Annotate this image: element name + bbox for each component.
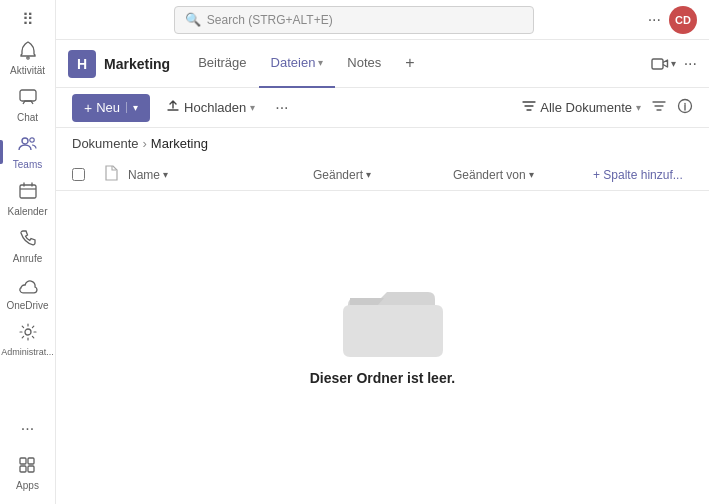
th-modified-label: Geändert: [313, 168, 363, 182]
svg-point-0: [26, 57, 28, 59]
aktivitat-icon: [18, 40, 38, 63]
top-bar-right: ··· CD: [648, 6, 697, 34]
sidebar-more-button[interactable]: ···: [16, 415, 39, 441]
th-add-label: + Spalte hinzuf...: [593, 168, 683, 182]
folder-illustration: [333, 270, 433, 350]
add-tab-icon: +: [405, 54, 414, 72]
sidebar-item-onedrive[interactable]: OneDrive: [0, 269, 55, 316]
topbar-more-button[interactable]: ···: [648, 11, 661, 29]
tab-beitrage[interactable]: Beiträge: [186, 40, 258, 88]
new-button[interactable]: + Neu ▾: [72, 94, 150, 122]
sidebar-item-chat-label: Chat: [17, 112, 38, 124]
toolbar: + Neu ▾ Hochladen ▾ ··· Alle D: [56, 88, 709, 128]
svg-point-2: [22, 138, 28, 144]
team-name: Marketing: [104, 56, 170, 72]
breadcrumb-separator: ›: [142, 136, 146, 151]
sidebar-item-kalender[interactable]: Kalender: [0, 175, 55, 222]
channel-header-right: ▾ ···: [651, 55, 697, 73]
channel-more-button[interactable]: ···: [684, 55, 697, 73]
svg-rect-6: [20, 458, 26, 464]
sidebar-item-admin-label: Administrat...: [1, 347, 54, 358]
tab-notes[interactable]: Notes: [335, 40, 393, 88]
upload-label: Hochladen: [184, 100, 246, 115]
tab-add[interactable]: +: [393, 40, 426, 88]
tab-notes-label: Notes: [347, 55, 381, 70]
th-checkbox: [72, 168, 104, 181]
empty-state: Dieser Ordner ist leer.: [56, 191, 709, 504]
anrufe-icon: [18, 228, 38, 251]
svg-rect-7: [28, 458, 34, 464]
sidebar-item-apps-label: Apps: [16, 480, 39, 492]
upload-button[interactable]: Hochladen ▾: [158, 94, 263, 122]
th-modified[interactable]: Geändert ▾: [313, 168, 453, 182]
svg-point-5: [25, 329, 31, 335]
sidebar-item-chat[interactable]: Chat: [0, 81, 55, 128]
channel-header: H Marketing Beiträge Dateien ▾ Notes +: [56, 40, 709, 88]
sidebar-item-aktivitat-label: Aktivität: [10, 65, 45, 77]
table-header: Name ▾ Geändert ▾ Geändert von ▾ + Spalt…: [56, 159, 709, 191]
main-area: 🔍 Search (STRG+ALT+E) ··· CD H Marketing…: [56, 0, 709, 504]
teams-icon: [18, 134, 38, 157]
search-icon: 🔍: [185, 12, 201, 27]
svg-point-3: [29, 138, 33, 142]
sidebar: ⠿ Aktivität Chat Teams: [0, 0, 56, 504]
admin-icon: [18, 322, 38, 345]
filter-icon: [522, 99, 536, 116]
sidebar-item-teams-label: Teams: [13, 159, 42, 171]
plus-icon: +: [84, 100, 92, 116]
th-modified-by[interactable]: Geändert von ▾: [453, 168, 593, 182]
sidebar-item-apps-grid[interactable]: ⠿: [0, 4, 55, 34]
sidebar-item-admin[interactable]: Administrat...: [0, 316, 55, 362]
top-bar: 🔍 Search (STRG+ALT+E) ··· CD: [56, 0, 709, 40]
th-modified-by-label: Geändert von: [453, 168, 526, 182]
svg-rect-4: [20, 185, 36, 198]
svg-rect-1: [20, 90, 36, 101]
search-placeholder: Search (STRG+ALT+E): [207, 13, 333, 27]
upload-arrow: ▾: [250, 102, 255, 113]
user-avatar[interactable]: CD: [669, 6, 697, 34]
tab-dateien[interactable]: Dateien ▾: [259, 40, 336, 88]
empty-message: Dieser Ordner ist leer.: [310, 370, 456, 386]
sidebar-item-aktivitat[interactable]: Aktivität: [0, 34, 55, 81]
chat-icon: [18, 87, 38, 110]
onedrive-icon: [18, 275, 38, 298]
th-add-column[interactable]: + Spalte hinzuf...: [593, 168, 693, 182]
new-label: Neu: [96, 100, 120, 115]
tab-dateien-arrow: ▾: [318, 57, 323, 68]
channel-tabs: Beiträge Dateien ▾ Notes +: [186, 40, 427, 88]
th-name-label: Name: [128, 168, 160, 182]
filter-button[interactable]: [651, 98, 667, 118]
select-all-checkbox[interactable]: [72, 168, 85, 181]
svg-rect-9: [28, 466, 34, 472]
breadcrumb-root[interactable]: Dokumente: [72, 136, 138, 151]
sidebar-item-apps[interactable]: Apps: [16, 449, 39, 496]
team-icon: H: [68, 50, 96, 78]
modified-by-sort-icon: ▾: [529, 169, 534, 180]
th-name[interactable]: Name ▾: [128, 168, 313, 182]
th-file-icon: [104, 165, 128, 184]
breadcrumb: Dokumente › Marketing: [56, 128, 709, 159]
search-box[interactable]: 🔍 Search (STRG+ALT+E): [174, 6, 534, 34]
info-button[interactable]: [677, 98, 693, 118]
all-docs-arrow: ▾: [636, 102, 641, 113]
video-icon[interactable]: ▾: [651, 57, 676, 71]
all-docs-button[interactable]: Alle Dokumente ▾: [522, 99, 641, 116]
toolbar-right: Alle Dokumente ▾: [522, 98, 693, 118]
tab-dateien-label: Dateien: [271, 55, 316, 70]
video-chevron: ▾: [671, 58, 676, 69]
svg-rect-8: [20, 466, 26, 472]
apps-icon: [17, 455, 37, 478]
breadcrumb-current: Marketing: [151, 136, 208, 151]
toolbar-more-button[interactable]: ···: [275, 99, 288, 117]
sidebar-item-anrufe[interactable]: Anrufe: [0, 222, 55, 269]
sidebar-item-onedrive-label: OneDrive: [6, 300, 48, 312]
kalender-icon: [18, 181, 38, 204]
sidebar-item-teams[interactable]: Teams: [0, 128, 55, 175]
name-sort-icon: ▾: [163, 169, 168, 180]
new-arrow-icon: ▾: [126, 102, 138, 113]
upload-icon: [166, 99, 180, 116]
apps-grid-icon: ⠿: [22, 12, 34, 28]
tab-beitrage-label: Beiträge: [198, 55, 246, 70]
all-docs-label: Alle Dokumente: [540, 100, 632, 115]
modified-sort-icon: ▾: [366, 169, 371, 180]
